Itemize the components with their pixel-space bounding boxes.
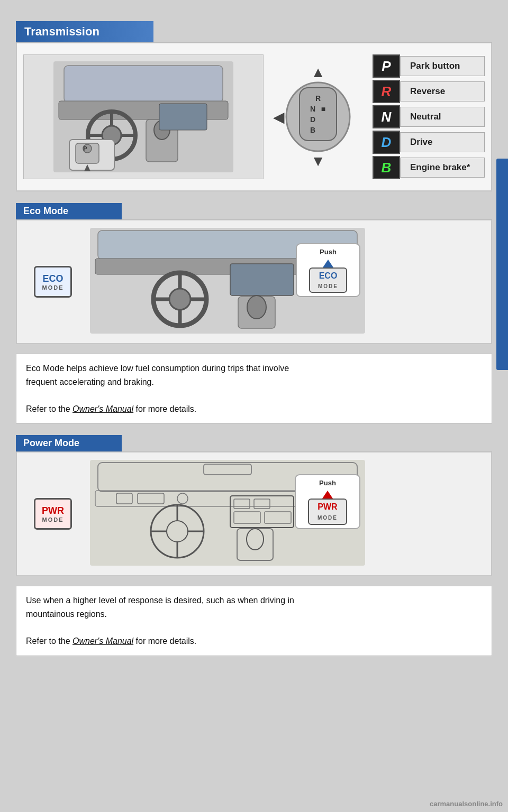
svg-text:D: D <box>310 115 315 124</box>
svg-rect-33 <box>230 264 294 296</box>
transmission-header: Transmission <box>16 21 153 42</box>
gear-row-reverse: R Reverse <box>373 80 485 103</box>
gear-letter-d: D <box>373 131 400 154</box>
gear-letter-p: P <box>373 54 400 78</box>
gear-letter-r: R <box>373 80 400 103</box>
side-tab <box>496 159 508 370</box>
eco-mode-description: Eco Mode helps achieve low fuel consumpt… <box>16 354 492 423</box>
svg-text:N: N <box>310 105 315 113</box>
shifter-arrow-left: ◀ <box>273 108 285 126</box>
svg-rect-1 <box>64 66 223 103</box>
gear-name-reverse: Reverse <box>400 81 485 102</box>
pwr-badge-bottom: MODE <box>42 516 64 523</box>
pwr-dashboard-svg: Push PWR MODE <box>90 460 365 566</box>
shifter-svg: R N ■ D B <box>284 77 352 156</box>
svg-text:MODE: MODE <box>318 515 338 521</box>
power-mode-image-area: PWR MODE <box>16 452 492 576</box>
car-interior-svg: P <box>53 61 233 172</box>
svg-text:Push: Push <box>320 248 337 256</box>
eco-desc-line1: Eco Mode helps achieve low fuel consumpt… <box>26 364 289 373</box>
eco-dashboard-illustration: Push ECO MODE <box>90 228 471 336</box>
watermark: carmanualsonline.info <box>430 800 503 808</box>
svg-text:ECO: ECO <box>319 271 338 280</box>
eco-mode-section: Eco Mode ECO MODE <box>16 203 492 423</box>
page: Transmission <box>0 0 508 812</box>
gear-row-brake: B Engine brake* <box>373 156 485 179</box>
gear-name-park: Park button <box>400 56 485 76</box>
svg-text:B: B <box>310 126 315 134</box>
eco-desc-line2: frequent accelerating and braking. <box>26 377 154 386</box>
shifter-diagram-container: ▲ ◀ ▼ R N ■ D B <box>273 64 363 170</box>
gear-letter-n: N <box>373 105 400 128</box>
power-mode-badge: PWR MODE <box>34 498 72 530</box>
eco-desc-line3: Refer to the <box>26 404 72 413</box>
eco-desc-line4: for more details. <box>133 404 196 413</box>
eco-mode-content-box: ECO MODE <box>16 219 492 344</box>
pwr-badge-top: PWR <box>42 505 64 516</box>
pwr-dashboard-illustration: Push PWR MODE <box>90 460 471 568</box>
eco-dashboard-svg: Push ECO MODE <box>90 228 365 334</box>
power-mode-header: Power Mode <box>16 435 122 451</box>
eco-badge-bottom: MODE <box>42 284 64 291</box>
gear-row-neutral: N Neutral <box>373 105 485 128</box>
svg-rect-11 <box>159 104 207 130</box>
pwr-desc-italic: Owner's Manual <box>72 636 133 645</box>
eco-mode-header: Eco Mode <box>16 203 122 219</box>
gear-letter-b: B <box>373 156 400 179</box>
gear-row-drive: D Drive <box>373 131 485 154</box>
svg-text:PWR: PWR <box>318 502 338 511</box>
transmission-content-box: P ▲ ◀ ▼ <box>16 42 492 191</box>
svg-text:Push: Push <box>319 479 336 487</box>
transmission-image-area: P ▲ ◀ ▼ <box>16 43 492 191</box>
svg-point-28 <box>169 289 190 310</box>
eco-badge-top: ECO <box>42 273 63 284</box>
gear-name-drive: Drive <box>400 132 485 152</box>
gear-name-neutral: Neutral <box>400 107 485 127</box>
eco-mode-badge: ECO MODE <box>34 266 72 298</box>
svg-text:■: ■ <box>321 105 325 113</box>
transmission-section: Transmission <box>16 21 492 191</box>
pwr-desc-line1: Use when a higher level of response is d… <box>26 596 294 605</box>
power-mode-content-box: PWR MODE <box>16 451 492 576</box>
svg-text:MODE: MODE <box>318 283 338 289</box>
shifter-diagram-area: ▲ ◀ ▼ R N ■ D B <box>273 64 363 170</box>
power-mode-section: Power Mode PWR MODE <box>16 435 492 656</box>
eco-desc-italic: Owner's Manual <box>72 404 133 413</box>
transmission-car-illustration: P <box>23 54 264 179</box>
pwr-desc-line2: mountainous regions. <box>26 610 107 619</box>
svg-point-35 <box>247 296 266 319</box>
eco-mode-image-area: ECO MODE <box>16 220 492 344</box>
svg-text:P: P <box>83 145 87 152</box>
pwr-desc-line4: for more details. <box>133 636 196 645</box>
pwr-desc-line3: Refer to the <box>26 636 72 645</box>
power-mode-description: Use when a higher level of response is d… <box>16 586 492 656</box>
gear-labels: P Park button R Reverse N Neutral D Driv… <box>373 54 485 179</box>
svg-text:R: R <box>315 94 321 103</box>
gear-name-brake: Engine brake* <box>400 158 485 178</box>
gear-row-park: P Park button <box>373 54 485 78</box>
